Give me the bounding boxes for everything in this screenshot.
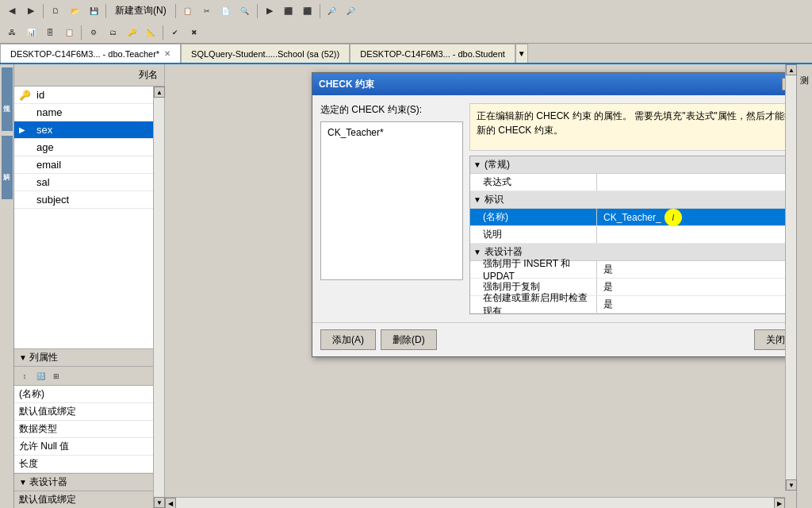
- props-sort-custom[interactable]: 🔠: [33, 369, 48, 383]
- tb-back-btn[interactable]: ◀: [3, 2, 21, 20]
- prop-row-description[interactable]: 说明: [470, 226, 810, 244]
- delete-constraint-btn[interactable]: 删除(D): [381, 329, 437, 350]
- section-general[interactable]: ▼ (常规): [470, 156, 810, 174]
- tb2-btn8[interactable]: 📐: [142, 24, 159, 41]
- col-label-sex: sex: [36, 124, 52, 136]
- props-group[interactable]: ⊞: [49, 369, 63, 383]
- arrow-icon-sex: ▶: [19, 125, 25, 134]
- bottom-scrollbar[interactable]: ◀ ▶: [165, 497, 785, 508]
- prop-name-value[interactable]: CK_Teacher_ I: [597, 209, 810, 226]
- far-right-top-label: 测: [797, 67, 812, 71]
- tb2-btn7[interactable]: 🔑: [123, 24, 140, 41]
- dialog-footer: 添加(A) 删除(D) 关闭(C): [312, 322, 812, 356]
- tb2-btn10[interactable]: ✖: [186, 24, 203, 41]
- right-scrollbar-down[interactable]: ▼: [786, 479, 797, 491]
- right-scrollbar-up[interactable]: ▲: [786, 64, 797, 75]
- prop-insert-update-label: 强制用于 INSERT 和 UPDAT: [470, 261, 597, 278]
- tb-sep1: [43, 4, 44, 18]
- col-row-age[interactable]: age: [14, 139, 164, 156]
- prop-insert-update-value: 是: [597, 263, 810, 276]
- bottom-scrollbar-left[interactable]: ◀: [165, 498, 176, 508]
- new-query-btn[interactable]: 新建查询(N): [109, 2, 172, 20]
- prop-row-name-field[interactable]: (名称) CK_Teacher_ I: [470, 209, 810, 226]
- dialog-footer-left-btns: 添加(A) 删除(D): [320, 329, 437, 350]
- tb-new-btn[interactable]: 🗋: [47, 2, 64, 20]
- col-row-email[interactable]: email: [14, 156, 164, 174]
- far-right-panel: 测 库: [796, 64, 812, 508]
- col-label-age: age: [36, 141, 54, 153]
- tab-teacher-label: DESKTOP-C14F6M3... - dbo.Teacher*: [10, 49, 159, 59]
- tb2-btn3[interactable]: 🗄: [41, 24, 59, 41]
- properties-title: 列属性: [29, 351, 58, 364]
- add-constraint-btn[interactable]: 添加(A): [320, 329, 376, 350]
- tb-open-btn[interactable]: 📂: [66, 2, 83, 20]
- tb-btn8[interactable]: 🔎: [324, 2, 341, 20]
- tb-btn9[interactable]: 🔎: [343, 2, 360, 20]
- tb-btn6[interactable]: ⬛: [280, 2, 297, 20]
- dialog-body: 选定的 CHECK 约束(S): CK_Teacher* 正在编辑新的 CHEC…: [312, 95, 812, 322]
- section-identity[interactable]: ▼ 标识: [470, 191, 810, 209]
- tb-save-btn[interactable]: 💾: [85, 2, 102, 20]
- col-row-subject[interactable]: subject: [14, 191, 164, 209]
- bottom-status: 默认值或绑定: [14, 491, 164, 508]
- constraint-item-ckteacher[interactable]: CK_Teacher*: [324, 125, 459, 140]
- tb2-btn9[interactable]: ✔: [167, 24, 184, 41]
- tb-btn1[interactable]: 📋: [179, 2, 197, 20]
- col-row-name[interactable]: name: [14, 104, 164, 121]
- prop-row-datatype: 数据类型: [14, 421, 164, 438]
- column-list: 🔑 id name ▶ sex age email sal: [14, 87, 164, 348]
- section-designer-toggle: ▼: [473, 248, 481, 256]
- col-label-sal: sal: [36, 176, 50, 188]
- prop-check-existing-value: 是: [597, 298, 810, 311]
- tab-teacher[interactable]: DESKTOP-C14F6M3... - dbo.Teacher* ✕: [0, 44, 181, 63]
- section-identity-toggle: ▼: [473, 195, 481, 204]
- props-list: (名称) 默认值或绑定 数据类型 允许 Null 值 长度: [14, 386, 164, 473]
- scrollbar-up-btn[interactable]: ▲: [154, 87, 165, 98]
- prop-label-default: 默认值或绑定: [19, 405, 76, 418]
- prop-row-expression[interactable]: 表达式: [470, 174, 810, 191]
- tb2-btn6[interactable]: 🗂: [104, 24, 121, 41]
- tb2-btn2[interactable]: 📊: [22, 24, 40, 41]
- tab-student[interactable]: DESKTOP-C14F6M3... - dbo.Student: [350, 44, 515, 63]
- toolbar-row2: 🖧 📊 🗄 📋 ⚙ 🗂 🔑 📐 ✔ ✖: [0, 21, 812, 43]
- col-label-name: name: [36, 106, 63, 118]
- designer-section-label: 表设计器: [29, 475, 67, 489]
- col-row-sal[interactable]: sal: [14, 174, 164, 191]
- constraints-list[interactable]: CK_Teacher*: [320, 121, 463, 280]
- tb2-btn1[interactable]: 🖧: [3, 24, 21, 41]
- col-row-id[interactable]: 🔑 id: [14, 87, 164, 104]
- tab-extra-btn[interactable]: ▼: [515, 44, 528, 63]
- prop-row-check-existing[interactable]: 在创建或重新启用时检查现有 是: [470, 296, 810, 314]
- tb-btn7[interactable]: ⬛: [299, 2, 316, 20]
- props-toolbar: ↕ 🔠 ⊞: [14, 367, 164, 386]
- col-row-sex[interactable]: ▶ sex: [14, 121, 164, 139]
- tb-btn5[interactable]: ▶: [261, 2, 278, 20]
- tb-btn4[interactable]: 🔍: [236, 2, 254, 20]
- sidebar-icon1[interactable]: 属性: [2, 67, 13, 131]
- designer-section-header[interactable]: ▼ 表设计器: [14, 473, 164, 491]
- col-label-id: id: [36, 89, 44, 101]
- tab-teacher-close[interactable]: ✕: [164, 49, 170, 58]
- tabs-bar: DESKTOP-C14F6M3... - dbo.Teacher* ✕ SQLQ…: [0, 44, 812, 64]
- prop-row-name: (名称): [14, 386, 164, 403]
- tb2-btn4[interactable]: 📋: [60, 24, 78, 41]
- section-general-label: (常规): [485, 158, 510, 171]
- left-panel-scrollbar[interactable]: ▲ ▼: [153, 87, 164, 508]
- dialog-info-box: 正在编辑新的 CHECK 约束 的属性。 需要先填充"表达式"属性，然后才能接受…: [469, 103, 810, 151]
- sidebar-icon2[interactable]: 解决: [2, 136, 13, 199]
- left-panel: 列名 🔑 id name ▶ sex age email: [14, 64, 165, 508]
- properties-header[interactable]: ▼ 列属性: [14, 349, 164, 367]
- tb-sep4: [257, 4, 258, 18]
- check-constraint-dialog: CHECK 约束 ? × 选定的 CHECK 约束(S): CK_Teacher…: [312, 72, 812, 357]
- props-sort-az[interactable]: ↕: [17, 369, 32, 383]
- tb2-btn5[interactable]: ⚙: [85, 24, 102, 41]
- tab-sqlquery[interactable]: SQLQuery-Student.....School (sa (52)): [181, 44, 350, 63]
- bottom-scrollbar-right[interactable]: ▶: [774, 498, 785, 508]
- scrollbar-down-btn[interactable]: ▼: [154, 497, 165, 508]
- prop-row-insert-update[interactable]: 强制用于 INSERT 和 UPDAT 是: [470, 261, 810, 279]
- tb-btn3[interactable]: 📄: [217, 2, 235, 20]
- tb-btn2[interactable]: ✂: [198, 2, 216, 20]
- tb-forward-btn[interactable]: ▶: [22, 2, 40, 20]
- tab-sqlquery-label: SQLQuery-Student.....School (sa (52)): [191, 49, 339, 59]
- right-scrollbar[interactable]: ▲ ▼: [785, 64, 796, 491]
